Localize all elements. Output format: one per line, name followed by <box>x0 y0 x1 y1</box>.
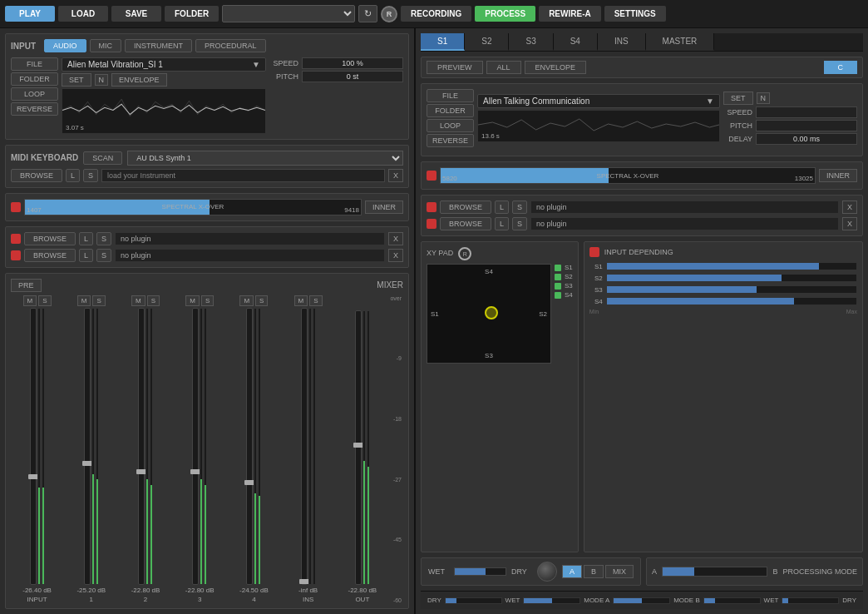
right-plugin2-field[interactable]: no plugin <box>530 217 839 230</box>
scan-button[interactable]: SCAN <box>83 151 122 165</box>
right-envelope-button[interactable]: ENVELOPE <box>525 61 587 74</box>
pitch-input[interactable]: 0 st <box>302 71 403 82</box>
ch1-fader[interactable] <box>65 308 117 585</box>
ch-input-s[interactable]: S <box>38 295 51 306</box>
save-button[interactable]: SAVE <box>111 6 161 22</box>
right-folder-btn[interactable]: FOLDER <box>427 104 474 117</box>
wd-tab-mix[interactable]: MIX <box>605 565 634 578</box>
ch4-m[interactable]: M <box>239 295 254 306</box>
ch-input-fader[interactable] <box>11 308 63 585</box>
ch3-fader[interactable] <box>174 308 226 585</box>
right-plugin2-s[interactable]: S <box>512 217 527 230</box>
right-filename-arrow[interactable]: ▼ <box>706 97 714 106</box>
plugin2-field[interactable]: no plugin <box>115 249 385 262</box>
plugin1-field[interactable]: no plugin <box>115 232 385 245</box>
dep-bar-s3-track[interactable] <box>606 285 857 294</box>
bb-bar1[interactable] <box>445 597 502 604</box>
tab-audio[interactable]: AUDIO <box>44 39 86 52</box>
preview-button[interactable]: PREVIEW <box>427 61 483 74</box>
rec-button[interactable]: R <box>381 6 397 22</box>
load-button[interactable]: LOAD <box>58 6 108 22</box>
dry-gain-knob[interactable] <box>537 562 557 582</box>
right-file-btn[interactable]: FILE <box>427 89 474 102</box>
plugin1-s[interactable]: S <box>96 232 111 245</box>
ch2-m[interactable]: M <box>131 295 145 306</box>
process-button[interactable]: PROCESS <box>475 6 535 22</box>
right-plugin1-s[interactable]: S <box>512 201 527 214</box>
ch4-s[interactable]: S <box>255 295 268 306</box>
bb-bar3[interactable] <box>613 597 670 604</box>
dep-bar-s4-track[interactable] <box>606 297 857 305</box>
right-plugin2-l[interactable]: L <box>495 217 509 230</box>
settings-button[interactable]: SETTINGS <box>604 6 666 22</box>
file-btn[interactable]: FILE <box>11 57 58 71</box>
instrument-field[interactable]: load your Instrument <box>101 169 385 182</box>
inner-button[interactable]: INNER <box>365 201 403 214</box>
ch2-fader[interactable] <box>119 308 171 585</box>
plugin2-browse[interactable]: BROWSE <box>24 249 76 262</box>
wd-tab-a[interactable]: A <box>562 565 582 578</box>
plugin1-l[interactable]: L <box>79 232 93 245</box>
right-spectral-bar[interactable]: SPECTRAL X-OVER 5820 13025 <box>440 167 816 184</box>
right-set-btn[interactable]: SET <box>723 92 753 105</box>
pre-button[interactable]: PRE <box>11 279 42 292</box>
plugin2-s[interactable]: S <box>96 249 111 262</box>
play-button[interactable]: PLAY <box>5 6 55 22</box>
instrument-x-button[interactable]: X <box>388 169 403 182</box>
refresh-icon[interactable]: ↻ <box>358 5 377 22</box>
right-plugin1-x[interactable]: X <box>842 201 857 214</box>
rtab-s2[interactable]: S2 <box>465 33 509 51</box>
rewire-button[interactable]: REWIRE-A <box>539 6 601 22</box>
bb-bar5[interactable] <box>782 597 839 604</box>
filename-arrow-down[interactable]: ▼ <box>252 60 260 69</box>
wd-tab-b[interactable]: B <box>584 565 604 578</box>
bb-bar4[interactable] <box>703 597 761 604</box>
reverse-btn[interactable]: REVERSE <box>11 102 58 116</box>
right-plugin1-field[interactable]: no plugin <box>530 201 839 214</box>
ch4-fader[interactable] <box>228 308 280 585</box>
rtab-s4[interactable]: S4 <box>554 33 598 51</box>
tab-mic[interactable]: MIC <box>90 39 122 52</box>
plugin2-l[interactable]: L <box>79 249 93 262</box>
ch1-s[interactable]: S <box>92 295 105 306</box>
ch-ins-fader[interactable] <box>282 308 334 585</box>
all-button[interactable]: ALL <box>486 61 521 74</box>
ch-out-fader[interactable] <box>336 310 388 585</box>
ch-ins-m[interactable]: M <box>294 295 308 306</box>
right-loop-btn[interactable]: LOOP <box>427 119 474 132</box>
envelope-button[interactable]: ENVELOPE <box>111 73 167 87</box>
right-delay-input[interactable]: 0.00 ms <box>756 133 857 145</box>
right-reverse-btn[interactable]: REVERSE <box>427 134 474 147</box>
right-plugin1-l[interactable]: L <box>495 201 509 214</box>
tab-procedural[interactable]: PROCEDURAL <box>195 39 266 52</box>
tab-instrument[interactable]: INSTRUMENT <box>125 39 192 52</box>
right-n-btn[interactable]: N <box>757 92 771 104</box>
dep-bar-s2-track[interactable] <box>606 274 857 282</box>
preset-dropdown[interactable] <box>222 5 355 22</box>
loop-btn[interactable]: LOOP <box>11 87 58 101</box>
dep-bar-s1-track[interactable] <box>606 262 857 270</box>
midi-s-button[interactable]: S <box>83 169 98 182</box>
rtab-s1[interactable]: S1 <box>421 33 465 51</box>
folder-button[interactable]: FOLDER <box>165 6 219 22</box>
rtab-master[interactable]: MASTER <box>646 33 715 51</box>
ch2-s[interactable]: S <box>147 295 160 306</box>
proc-bar[interactable] <box>662 567 767 577</box>
right-plugin2-x[interactable]: X <box>842 217 857 230</box>
set-button[interactable]: SET <box>62 73 91 87</box>
midi-browse-button[interactable]: BROWSE <box>11 169 62 182</box>
bb-bar2[interactable] <box>523 597 580 604</box>
right-pitch-input[interactable]: 0 st <box>756 120 857 131</box>
spectral-bar[interactable]: SPECTRAL X-OVER 1407 9418 <box>24 199 362 215</box>
right-inner-button[interactable]: INNER <box>819 169 857 182</box>
xy-r-button[interactable]: R <box>458 247 471 260</box>
plugin1-browse[interactable]: BROWSE <box>24 232 76 245</box>
midi-device-select[interactable]: AU DLS Synth 1 <box>127 151 403 166</box>
recording-button[interactable]: RECORDING <box>401 6 471 22</box>
ch3-m[interactable]: M <box>185 295 200 306</box>
plugin1-x[interactable]: X <box>388 232 403 245</box>
right-plugin2-browse[interactable]: BROWSE <box>440 217 491 230</box>
right-plugin1-browse[interactable]: BROWSE <box>440 201 491 214</box>
ch1-m[interactable]: M <box>77 295 91 306</box>
rtab-s3[interactable]: S3 <box>509 33 553 51</box>
